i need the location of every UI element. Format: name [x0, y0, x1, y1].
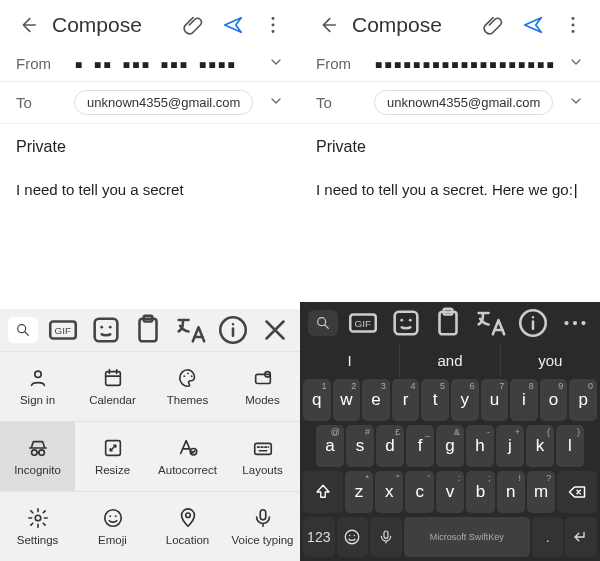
clipboard-icon[interactable] — [431, 308, 465, 338]
search-icon[interactable] — [308, 310, 338, 336]
to-row[interactable]: To unknown4355@gmail.com — [0, 82, 300, 124]
right-pane: Compose From ▪▪▪▪▪▪▪▪▪▪▪▪▪▪▪▪▪▪▪ To unkn… — [300, 0, 600, 561]
overflow-icon[interactable] — [558, 10, 588, 40]
key-d[interactable]: d£ — [376, 425, 404, 467]
kbd-voice-typing[interactable]: Voice typing — [225, 491, 300, 561]
translate-icon[interactable] — [173, 315, 207, 345]
chevron-down-icon[interactable] — [268, 93, 284, 112]
svg-point-0 — [272, 17, 275, 20]
svg-point-46 — [349, 535, 351, 537]
svg-point-27 — [114, 515, 116, 517]
sticker-icon[interactable] — [389, 308, 423, 338]
suggestion[interactable]: I — [300, 344, 400, 377]
key-f[interactable]: f_ — [406, 425, 434, 467]
key-x[interactable]: x" — [375, 471, 403, 513]
key-w[interactable]: w2 — [333, 379, 361, 421]
svg-rect-23 — [254, 443, 271, 454]
key-k[interactable]: k( — [526, 425, 554, 467]
key-h[interactable]: h- — [466, 425, 494, 467]
key-r[interactable]: r4 — [392, 379, 420, 421]
gif-icon[interactable]: GIF — [46, 315, 80, 345]
key-a[interactable]: a@ — [316, 425, 344, 467]
keyboard-toolbar: GIF — [0, 309, 300, 351]
enter-key[interactable] — [565, 517, 597, 557]
overflow-icon[interactable] — [258, 10, 288, 40]
body-field[interactable]: I need to tell you a secret — [0, 170, 300, 309]
clipboard-icon[interactable] — [131, 315, 165, 345]
svg-rect-36 — [394, 312, 417, 335]
sticker-icon[interactable] — [89, 315, 123, 345]
to-row[interactable]: To unknown4355@gmail.com — [300, 82, 600, 124]
period-key[interactable]: . — [532, 517, 564, 557]
kbd-calendar[interactable]: Calendar — [75, 351, 150, 421]
search-icon[interactable] — [8, 317, 38, 343]
to-chip[interactable]: unknown4355@gmail.com — [74, 90, 253, 115]
kbd-themes[interactable]: Themes — [150, 351, 225, 421]
key-s[interactable]: s# — [346, 425, 374, 467]
back-icon[interactable] — [12, 10, 42, 40]
key-o[interactable]: o9 — [540, 379, 568, 421]
send-icon[interactable] — [218, 10, 248, 40]
backspace-key[interactable] — [557, 471, 597, 513]
key-l[interactable]: l) — [556, 425, 584, 467]
chevron-down-icon[interactable] — [568, 54, 584, 73]
kbd-resize[interactable]: Resize — [75, 421, 150, 491]
numeric-key[interactable]: 123 — [303, 517, 335, 557]
key-u[interactable]: u7 — [481, 379, 509, 421]
key-n[interactable]: n! — [497, 471, 525, 513]
shift-key[interactable] — [303, 471, 343, 513]
svg-point-7 — [100, 326, 103, 329]
from-row[interactable]: From ▪ ▪▪ ▪▪▪ ▪▪▪ ▪▪▪▪ — [0, 46, 300, 82]
svg-point-3 — [18, 325, 26, 333]
from-row[interactable]: From ▪▪▪▪▪▪▪▪▪▪▪▪▪▪▪▪▪▪▪ — [300, 46, 600, 82]
svg-text:GIF: GIF — [55, 325, 72, 336]
key-e[interactable]: e3 — [362, 379, 390, 421]
key-g[interactable]: g& — [436, 425, 464, 467]
to-chip[interactable]: unknown4355@gmail.com — [374, 90, 553, 115]
key-m[interactable]: m? — [527, 471, 555, 513]
kbd-emoji[interactable]: Emoji — [75, 491, 150, 561]
key-c[interactable]: c' — [405, 471, 433, 513]
gif-icon[interactable]: GIF — [346, 308, 380, 338]
key-q[interactable]: q1 — [303, 379, 331, 421]
body-field[interactable]: I need to tell you a secret. Here we go: — [300, 170, 600, 302]
info-icon[interactable] — [216, 315, 250, 345]
close-icon[interactable] — [258, 315, 292, 345]
kbd-incognito[interactable]: Incognito — [0, 421, 75, 491]
key-t[interactable]: t5 — [421, 379, 449, 421]
key-y[interactable]: y6 — [451, 379, 479, 421]
translate-icon[interactable] — [473, 308, 507, 338]
topbar: Compose — [0, 0, 300, 46]
attach-icon[interactable] — [178, 10, 208, 40]
kbd-layouts[interactable]: Layouts — [225, 421, 300, 491]
send-icon[interactable] — [518, 10, 548, 40]
suggestion[interactable]: you — [501, 344, 600, 377]
key-z[interactable]: z* — [345, 471, 373, 513]
mic-key[interactable] — [370, 517, 402, 557]
back-icon[interactable] — [312, 10, 342, 40]
kbd-location[interactable]: Location — [150, 491, 225, 561]
key-j[interactable]: j+ — [496, 425, 524, 467]
svg-rect-6 — [94, 319, 117, 342]
space-key[interactable]: Microsoft SwiftKey — [404, 517, 530, 557]
key-p[interactable]: p0 — [569, 379, 597, 421]
svg-point-31 — [572, 24, 575, 27]
kbd-sign-in[interactable]: Sign in — [0, 351, 75, 421]
svg-point-38 — [408, 319, 411, 322]
subject-field[interactable]: Private — [300, 124, 600, 170]
key-v[interactable]: v: — [436, 471, 464, 513]
attach-icon[interactable] — [478, 10, 508, 40]
chevron-down-icon[interactable] — [268, 54, 284, 73]
svg-rect-29 — [260, 510, 266, 520]
more-icon[interactable] — [558, 308, 592, 338]
key-b[interactable]: b; — [466, 471, 494, 513]
kbd-autocorrect[interactable]: Autocorrect — [150, 421, 225, 491]
subject-field[interactable]: Private — [0, 124, 300, 170]
kbd-modes[interactable]: Modes — [225, 351, 300, 421]
kbd-settings[interactable]: Settings — [0, 491, 75, 561]
key-i[interactable]: i8 — [510, 379, 538, 421]
chevron-down-icon[interactable] — [568, 93, 584, 112]
info-icon[interactable] — [516, 308, 550, 338]
suggestion[interactable]: and — [400, 344, 500, 377]
emoji-key[interactable] — [337, 517, 369, 557]
